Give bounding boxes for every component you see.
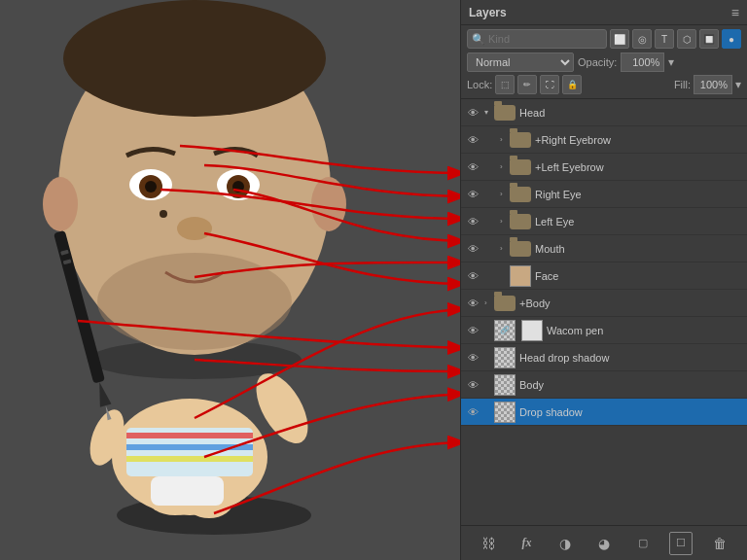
panel-menu-button[interactable]: ≡ (731, 5, 739, 20)
svg-point-21 (43, 177, 78, 231)
layer-row-body-group[interactable]: 👁 › +Body (461, 290, 747, 317)
layer-name-body: Body (519, 379, 743, 391)
expand-mouth[interactable]: › (500, 244, 510, 253)
folder-icon-body-group (494, 296, 516, 311)
svg-rect-2 (126, 433, 253, 438)
opacity-label: Opacity: (578, 56, 617, 68)
search-input[interactable] (488, 33, 602, 45)
new-fill-adjustment-btn[interactable]: ◕ (592, 532, 616, 555)
expand-right-eyebrow[interactable]: › (500, 135, 510, 144)
add-mask-btn[interactable]: ◑ (553, 532, 577, 555)
visibility-body-group[interactable]: 👁 (465, 296, 480, 311)
svg-rect-3 (126, 444, 253, 450)
svg-rect-4 (126, 456, 253, 462)
search-box[interactable]: 🔍 (467, 29, 607, 49)
layer-row-right-eyebrow[interactable]: 👁 › +Right Eyebrow (461, 126, 747, 154)
lock-all-btn[interactable]: 🔒 (562, 75, 582, 94)
head-art (43, 0, 346, 355)
svg-rect-9 (151, 476, 224, 506)
layer-name-left-eyebrow: +Left Eyebrow (535, 161, 743, 173)
filter-shape-btn[interactable]: ⬡ (677, 29, 696, 49)
filter-pixel-btn[interactable]: ⬜ (610, 29, 629, 49)
layers-panel: Layers ≡ 🔍 ⬜ ◎ T ⬡ 🔲 ● Normal Opacity: ▾ (460, 0, 747, 560)
fill-input[interactable] (694, 75, 732, 94)
lock-artboard-btn[interactable]: ⛶ (540, 75, 559, 94)
lock-label: Lock: (467, 79, 492, 90)
visibility-face[interactable]: 👁 (465, 268, 480, 284)
link-layers-btn[interactable]: ⛓ (477, 532, 500, 555)
thumb-wacom-content (521, 320, 543, 341)
blend-mode-select[interactable]: Normal (467, 52, 574, 72)
layer-row-face[interactable]: 👁 Face (461, 262, 747, 290)
layer-name-left-eye: Left Eye (535, 216, 743, 228)
layer-row-head[interactable]: 👁 ▾ Head (461, 99, 747, 126)
visibility-right-eye[interactable]: 👁 (465, 187, 480, 202)
search-row: 🔍 ⬜ ◎ T ⬡ 🔲 ● (467, 29, 741, 49)
opacity-input[interactable] (621, 52, 664, 72)
expand-body-group[interactable]: › (484, 298, 494, 307)
visibility-left-eyebrow[interactable]: 👁 (465, 159, 480, 175)
layers-list: 👁 ▾ Head 👁 › +Right Eyebrow 👁 › +Left Ey… (461, 99, 747, 525)
fill-label: Fill: (674, 79, 691, 90)
layer-name-head: Head (519, 107, 743, 119)
layer-name-face: Face (535, 270, 743, 282)
filter-toggle-btn[interactable]: ● (722, 29, 741, 49)
layer-name-body-group: +Body (519, 298, 743, 309)
visibility-left-eye[interactable]: 👁 (465, 214, 480, 229)
lock-paint-btn[interactable]: ✏ (517, 75, 537, 94)
filter-type-btn[interactable]: T (655, 29, 674, 49)
panel-title: Layers (469, 6, 507, 19)
layer-name-mouth: Mouth (535, 243, 743, 255)
panel-footer: ⛓ fx ◑ ◕ ▢ ☐ 🗑 (461, 525, 747, 560)
folder-icon-mouth (510, 241, 531, 257)
lock-position-btn[interactable]: ⬚ (495, 75, 515, 94)
layer-name-right-eyebrow: +Right Eyebrow (535, 134, 743, 146)
svg-marker-24 (93, 380, 111, 406)
panel-header: Layers ≡ (461, 0, 747, 25)
thumb-wacom: 🔗 (494, 320, 516, 341)
layer-row-head-drop-shadow[interactable]: 👁 Head drop shadow (461, 344, 747, 371)
visibility-right-eyebrow[interactable]: 👁 (465, 132, 480, 148)
body-art (84, 365, 319, 518)
layer-row-right-eye[interactable]: 👁 › Right Eye (461, 181, 747, 208)
panel-controls: 🔍 ⬜ ◎ T ⬡ 🔲 ● Normal Opacity: ▾ Lock: ⬚ … (461, 25, 747, 99)
expand-left-eyebrow[interactable]: › (500, 162, 510, 171)
layer-row-drop-shadow[interactable]: 👁 Drop shadow (461, 399, 747, 426)
thumb-head-drop-shadow (494, 347, 516, 368)
search-icon: 🔍 (472, 33, 485, 46)
svg-point-19 (177, 217, 212, 240)
visibility-mouth[interactable]: 👁 (465, 241, 480, 257)
expand-left-eye[interactable]: › (500, 217, 510, 226)
thumb-body (494, 374, 516, 396)
new-layer-btn[interactable]: ☐ (669, 532, 693, 555)
filter-smart-btn[interactable]: 🔲 (699, 29, 719, 49)
expand-right-eye[interactable]: › (500, 190, 510, 198)
visibility-head-drop-shadow[interactable]: 👁 (465, 350, 480, 366)
thumb-face (510, 265, 531, 287)
svg-point-18 (232, 181, 244, 192)
folder-icon-right-eye (510, 187, 531, 202)
svg-point-12 (97, 253, 292, 350)
delete-layer-btn[interactable]: 🗑 (708, 532, 731, 555)
visibility-head[interactable]: 👁 (465, 105, 480, 121)
layer-row-body[interactable]: 👁 Body (461, 371, 747, 399)
layer-row-left-eye[interactable]: 👁 › Left Eye (461, 208, 747, 235)
visibility-drop-shadow[interactable]: 👁 (465, 404, 480, 420)
canvas-artwork (0, 0, 455, 560)
new-group-btn[interactable]: ▢ (631, 532, 655, 555)
visibility-body[interactable]: 👁 (465, 377, 480, 393)
layer-row-left-eyebrow[interactable]: 👁 › +Left Eyebrow (461, 154, 747, 181)
filter-adjust-btn[interactable]: ◎ (632, 29, 652, 49)
svg-point-11 (63, 0, 326, 117)
layer-name-drop-shadow: Drop shadow (519, 406, 743, 418)
layer-row-wacom[interactable]: 👁 🔗 Wacom pen (461, 317, 747, 344)
layer-row-mouth[interactable]: 👁 › Mouth (461, 235, 747, 262)
expand-head[interactable]: ▾ (484, 108, 494, 117)
folder-icon-left-eye (510, 214, 531, 229)
visibility-wacom[interactable]: 👁 (465, 323, 480, 338)
svg-point-22 (311, 177, 346, 231)
folder-icon-left-eyebrow (510, 159, 531, 175)
layer-name-wacom: Wacom pen (547, 325, 743, 336)
canvas-area (0, 0, 455, 560)
add-layer-style-btn[interactable]: fx (516, 532, 539, 555)
